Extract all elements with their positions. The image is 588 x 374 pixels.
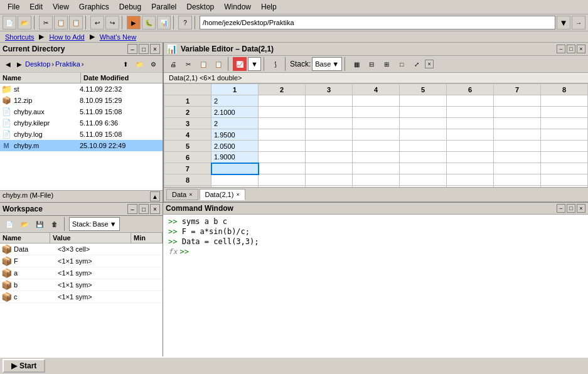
grid-cell-0-2[interactable] <box>259 95 306 107</box>
address-input[interactable] <box>200 16 555 29</box>
ws-col-value-header[interactable]: Value <box>50 233 131 243</box>
maximize-curdir-btn[interactable]: □ <box>139 44 149 54</box>
breadcrumb-praktika[interactable]: Praktika <box>55 60 80 68</box>
grid-col-5[interactable]: 5 <box>400 84 447 95</box>
grid-cell-3-2[interactable] <box>259 129 306 141</box>
grid-col-1[interactable]: 1 <box>211 84 259 95</box>
col-date-header[interactable]: Date Modified <box>81 73 163 83</box>
ws-stack-dropdown[interactable]: Stack: Base ▼ <box>69 217 120 231</box>
grid-cell-3-0[interactable]: 4 <box>164 129 211 141</box>
file-item-kilepr[interactable]: 📄 chyby.kilepr 5.11.09 6:36 <box>0 117 163 129</box>
shortcuts-link[interactable]: Shortcuts <box>5 33 34 41</box>
tab-data21[interactable]: Data(2,1) × <box>200 189 245 200</box>
grid-cell-7-6[interactable] <box>447 174 494 186</box>
ws-item-F[interactable]: 📦 F <1×1 sym> <box>0 255 163 267</box>
ve-transpose-btn[interactable]: ⟆ <box>269 57 282 71</box>
ws-new-btn[interactable]: 📄 <box>3 217 16 231</box>
grid-col-2[interactable]: 2 <box>259 84 306 95</box>
cmd-minimize-btn[interactable]: – <box>557 204 565 213</box>
ws-col-name-header[interactable]: Name <box>0 233 50 243</box>
ve-copy-btn[interactable]: 📋 <box>196 57 210 71</box>
ve-plot-btn[interactable]: 📈 <box>233 57 247 71</box>
grid-cell-4-6[interactable] <box>447 141 494 152</box>
grid-cell-6-8[interactable] <box>541 163 588 174</box>
grid-cell-4-7[interactable] <box>494 141 541 152</box>
grid-cell-5-4[interactable] <box>353 152 400 163</box>
grid-cell-7-2[interactable] <box>259 174 306 186</box>
menu-window[interactable]: Window <box>219 1 256 13</box>
tab-data21-close[interactable]: × <box>236 191 239 198</box>
grid-cell-2-4[interactable] <box>353 118 400 129</box>
maximize-ws-btn[interactable]: □ <box>139 204 149 214</box>
grid-cell-6-3[interactable] <box>306 163 353 174</box>
grid-col-3[interactable]: 3 <box>306 84 353 95</box>
grid-cell-6-0[interactable]: 7 <box>164 163 211 174</box>
debug-btn[interactable]: 🐛 <box>142 16 156 29</box>
grid-cell-1-6[interactable] <box>447 107 494 118</box>
grid-cell-5-0[interactable]: 6 <box>164 152 211 163</box>
whats-new-link[interactable]: What's New <box>100 33 136 41</box>
grid-cell-5-5[interactable] <box>400 152 447 163</box>
grid-cell-1-2[interactable] <box>259 107 306 118</box>
copy-btn[interactable]: 📋 <box>54 16 68 29</box>
back-btn[interactable]: ◀ <box>3 58 14 70</box>
grid-cell-2-2[interactable] <box>259 118 306 129</box>
grid-cell-1-7[interactable] <box>494 107 541 118</box>
start-button[interactable]: ▶ Start <box>3 359 45 373</box>
minimize-ws-btn[interactable]: – <box>127 204 137 214</box>
ve-paste-btn[interactable]: 📋 <box>211 57 225 71</box>
ve-split-h-btn[interactable]: ⊞ <box>380 57 393 71</box>
grid-col-7[interactable]: 7 <box>494 84 541 95</box>
open-btn[interactable]: 📂 <box>18 16 31 29</box>
ws-item-c[interactable]: 📦 c <1×1 sym> <box>0 291 163 303</box>
grid-cell-3-8[interactable] <box>541 129 588 141</box>
settings-btn[interactable]: ⚙ <box>146 57 160 71</box>
ws-delete-btn[interactable]: 🗑 <box>48 217 61 231</box>
grid-cell-2-0[interactable]: 3 <box>164 118 211 129</box>
grid-cell-0-4[interactable] <box>353 95 400 107</box>
menu-edit[interactable]: Edit <box>24 1 48 13</box>
grid-cell-7-0[interactable]: 8 <box>164 174 211 186</box>
grid-cell-5-2[interactable] <box>259 152 306 163</box>
grid-cell-6-6[interactable] <box>447 163 494 174</box>
grid-cell-4-0[interactable]: 5 <box>164 141 211 152</box>
grid-cell-3-3[interactable] <box>306 129 353 141</box>
grid-cell-5-3[interactable] <box>306 152 353 163</box>
menu-view[interactable]: View <box>48 1 74 13</box>
grid-cell-6-5[interactable] <box>400 163 447 174</box>
ve-fit-btn[interactable]: ⤢ <box>410 57 424 71</box>
grid-cell-1-8[interactable] <box>541 107 588 118</box>
undo-btn[interactable]: ↩ <box>90 16 104 29</box>
minimize-curdir-btn[interactable]: – <box>127 44 137 54</box>
help-btn[interactable]: ? <box>178 16 192 29</box>
grid-cell-6-2[interactable] <box>259 163 306 174</box>
close-ws-btn[interactable]: × <box>150 204 160 214</box>
collapse-btn[interactable]: ▲ <box>150 191 160 201</box>
grid-cell-0-0[interactable]: 1 <box>164 95 211 107</box>
ve-print-btn[interactable]: 🖨 <box>166 57 180 71</box>
cmd-maximize-btn[interactable]: □ <box>567 204 575 213</box>
grid-cell-5-6[interactable] <box>447 152 494 163</box>
grid-cell-2-1[interactable]: 2 <box>211 118 259 129</box>
ve-cut-btn[interactable]: ✂ <box>181 57 195 71</box>
breadcrumb-desktop[interactable]: Desktop <box>25 60 50 68</box>
grid-cell-7-1[interactable] <box>211 174 259 186</box>
grid-cell-2-6[interactable] <box>447 118 494 129</box>
grid-cell-4-8[interactable] <box>541 141 588 152</box>
parent-dir-btn[interactable]: ⬆ <box>119 57 132 71</box>
ve-stack-dropdown[interactable]: Base ▼ <box>312 57 342 71</box>
ws-item-b[interactable]: 📦 b <1×1 sym> <box>0 279 163 291</box>
grid-cell-2-5[interactable] <box>400 118 447 129</box>
tab-data-close[interactable]: × <box>189 191 192 198</box>
ws-save-btn[interactable]: 💾 <box>33 217 46 231</box>
file-item-m[interactable]: M chyby.m 25.10.09 22:49 <box>0 140 163 151</box>
grid-cell-3-5[interactable] <box>400 129 447 141</box>
cmd-input[interactable] <box>189 247 583 256</box>
cut-btn[interactable]: ✂ <box>39 16 53 29</box>
grid-cell-4-4[interactable] <box>353 141 400 152</box>
grid-cell-4-2[interactable] <box>259 141 306 152</box>
menu-file[interactable]: File <box>3 1 24 13</box>
ws-item-a[interactable]: 📦 a <1×1 sym> <box>0 267 163 279</box>
grid-cell-2-3[interactable] <box>306 118 353 129</box>
ws-open-btn[interactable]: 📂 <box>18 217 31 231</box>
